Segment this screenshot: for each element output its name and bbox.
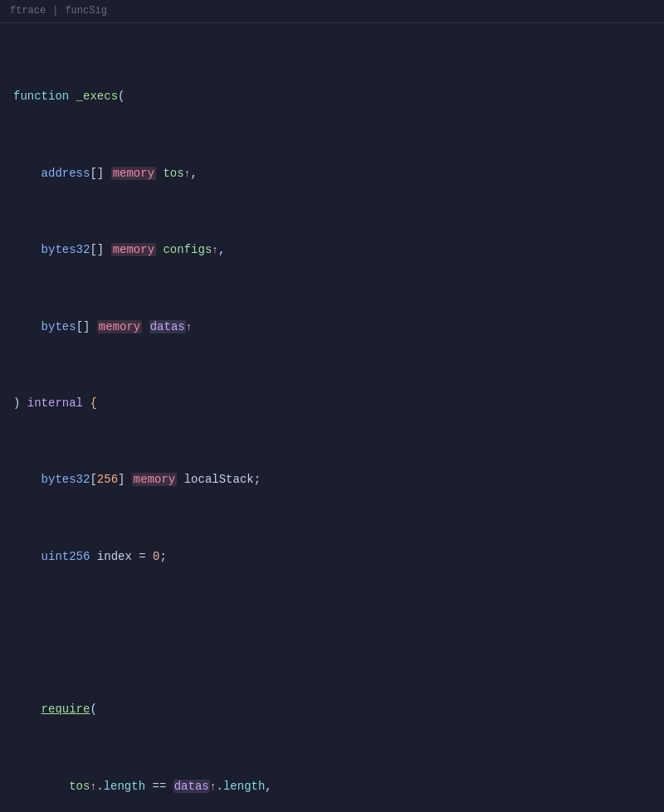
tab-funcsig[interactable]: funcSig [65, 3, 106, 19]
line-3: bytes32[] memory configs↑, [0, 241, 664, 260]
line-9: require( [0, 700, 664, 719]
line-2: address[] memory tos↑, [0, 164, 664, 183]
line-4: bytes[] memory datas↑ [0, 318, 664, 337]
line-10: tos↑.length == datas↑.length, [0, 777, 664, 796]
tab-separator: | [52, 3, 58, 19]
line-1: function _execs( [0, 87, 664, 106]
line-5: ) internal { [0, 394, 664, 413]
header-bar: ftrace | funcSig [0, 0, 664, 23]
line-8 [0, 624, 664, 643]
code-area: function _execs( address[] memory tos↑, … [0, 23, 664, 812]
tab-ftrace[interactable]: ftrace [10, 3, 46, 19]
line-7: uint256 index = 0; [0, 547, 664, 566]
line-6: bytes32[256] memory localStack; [0, 470, 664, 489]
